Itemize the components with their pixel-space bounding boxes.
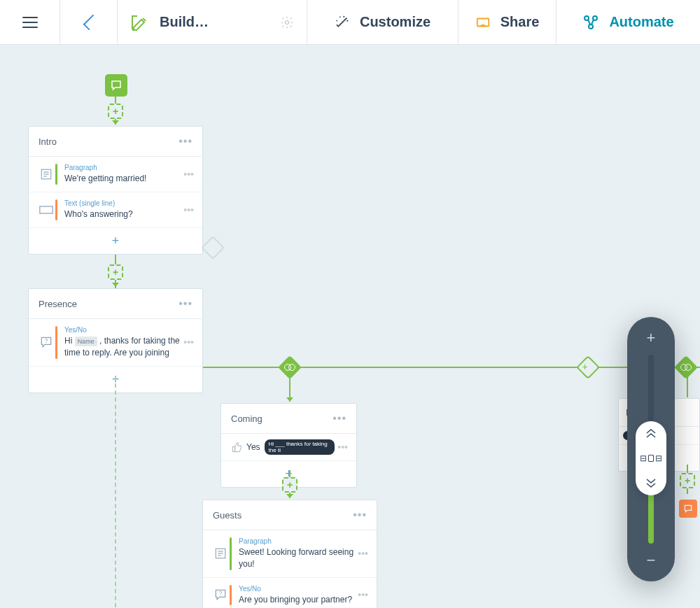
connector-dashed xyxy=(115,376,116,608)
row-menu[interactable]: ••• xyxy=(335,441,351,453)
preview-pill: Hi ___ thanks for taking the ti xyxy=(265,439,335,455)
arrow-down-icon xyxy=(112,283,119,287)
card-row[interactable]: Paragraph Sweet! Looking forward seeing … xyxy=(203,530,377,578)
add-node-button[interactable] xyxy=(282,477,298,493)
row-text: Hi Name , thanks for taking the time to … xyxy=(64,335,181,359)
build-icon xyxy=(130,14,147,31)
card-menu[interactable]: ••• xyxy=(178,297,192,310)
row-menu[interactable]: ••• xyxy=(181,204,197,215)
branch-placeholder[interactable] xyxy=(201,236,225,260)
add-row-button[interactable]: + xyxy=(29,228,202,254)
tab-automate[interactable]: Automate xyxy=(556,0,700,44)
row-type: Yes/No xyxy=(64,326,181,334)
tab-customize[interactable]: Customize xyxy=(307,0,458,44)
zoom-slider[interactable]: ⊟⊟ xyxy=(648,355,654,544)
canvas[interactable]: Intro ••• Paragraph We're getting marrie… xyxy=(0,45,700,608)
hamburger-icon xyxy=(22,17,38,28)
row-menu[interactable]: ••• xyxy=(181,337,197,348)
row-text: We're getting married! xyxy=(64,173,181,185)
chat-icon xyxy=(683,504,693,514)
svg-point-0 xyxy=(286,20,289,24)
zoom-fill xyxy=(648,487,654,544)
row-menu[interactable]: ••• xyxy=(181,169,197,180)
row-type: Text (single line) xyxy=(64,199,181,207)
chevron-down-double-icon xyxy=(645,479,657,488)
row-text: Sweet! Looking forward seeing you! xyxy=(239,546,355,570)
automate-label: Automate xyxy=(609,14,673,30)
card-menu[interactable]: ••• xyxy=(353,509,367,521)
row-text: Who's answering? xyxy=(64,208,181,220)
svg-text:?: ? xyxy=(45,337,48,344)
tab-share[interactable]: Share xyxy=(458,0,556,44)
share-icon xyxy=(475,15,491,30)
svg-point-4 xyxy=(589,24,593,29)
back-button[interactable] xyxy=(60,0,118,44)
zoom-out-button[interactable]: − xyxy=(647,551,656,570)
branch-add[interactable]: + xyxy=(576,355,600,379)
thumbs-up-icon xyxy=(228,441,246,453)
zoom-fit-button[interactable]: ⊟⊟ xyxy=(640,453,662,463)
automate-icon xyxy=(582,14,599,31)
start-node[interactable] xyxy=(105,74,127,97)
connector-line xyxy=(687,376,688,397)
variable-chip: Name xyxy=(75,337,97,347)
share-label: Share xyxy=(500,14,540,30)
card-title: Coming xyxy=(231,413,262,424)
add-node-button[interactable] xyxy=(108,104,123,119)
paragraph-icon xyxy=(211,547,230,560)
card-title: Presence xyxy=(38,299,77,309)
add-node-button[interactable] xyxy=(680,473,695,488)
arrow-down-icon xyxy=(286,397,293,402)
branch-condition[interactable] xyxy=(674,355,698,379)
card-row[interactable]: Yes Hi ___ thanks for taking the ti ••• xyxy=(221,434,356,461)
svg-text:?: ? xyxy=(219,590,223,597)
yes-label: Yes xyxy=(246,441,260,453)
paragraph-icon xyxy=(37,168,55,181)
row-menu[interactable]: ••• xyxy=(355,548,371,559)
tab-build[interactable]: Build… xyxy=(118,0,307,44)
branch-condition[interactable] xyxy=(278,355,302,379)
card-row[interactable]: ? Yes/No Hi Name , thanks for taking the… xyxy=(29,319,202,367)
question-icon: ? xyxy=(211,588,230,602)
card-title: Intro xyxy=(38,136,57,147)
add-node-button[interactable] xyxy=(108,264,123,280)
settings-button[interactable] xyxy=(280,15,294,29)
row-type: Paragraph xyxy=(64,164,181,171)
chat-end-node[interactable] xyxy=(679,500,697,518)
question-icon: ? xyxy=(37,335,55,349)
row-text: Are you bringing your partner? xyxy=(239,594,355,606)
row-type: Paragraph xyxy=(239,537,355,545)
card-intro[interactable]: Intro ••• Paragraph We're getting marrie… xyxy=(28,126,203,255)
customize-label: Customize xyxy=(360,14,430,30)
row-menu[interactable]: ••• xyxy=(355,589,371,600)
arrow-down-icon xyxy=(112,120,119,125)
zoom-control: + ⊟⊟ − xyxy=(627,317,675,581)
chat-icon xyxy=(110,79,122,92)
zoom-in-button[interactable]: + xyxy=(647,328,656,348)
row-type: Yes/No xyxy=(239,585,355,593)
build-label: Build… xyxy=(160,14,209,30)
gear-icon xyxy=(280,15,294,29)
arrow-down-icon xyxy=(286,494,293,498)
chevron-left-icon xyxy=(83,14,99,30)
card-menu[interactable]: ••• xyxy=(178,135,192,148)
card-guests[interactable]: Guests ••• Paragraph Sweet! Looking forw… xyxy=(202,500,377,608)
text-input-icon xyxy=(37,206,55,214)
hamburger-menu[interactable] xyxy=(0,0,60,44)
card-menu[interactable]: ••• xyxy=(332,412,346,425)
connector-line xyxy=(203,367,700,368)
card-row[interactable]: Text (single line) Who's answering? ••• xyxy=(29,192,202,228)
card-row[interactable]: Paragraph We're getting married! ••• xyxy=(29,157,202,192)
svg-rect-9 xyxy=(40,206,52,213)
chevron-up-double-icon xyxy=(645,428,657,438)
zoom-handle[interactable]: ⊟⊟ xyxy=(636,421,666,495)
header: Build… Customize Share Automate xyxy=(0,0,700,45)
card-title: Guests xyxy=(213,510,241,521)
card-row[interactable]: ? Yes/No Are you bringing your partner? … xyxy=(203,578,377,608)
wand-icon xyxy=(335,15,350,30)
